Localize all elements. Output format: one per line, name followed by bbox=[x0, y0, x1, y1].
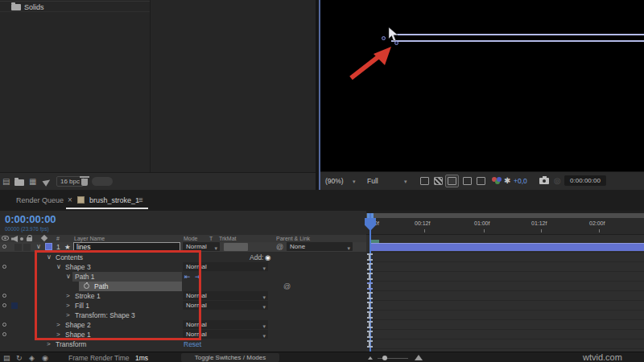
keyframe-interpolation-icon[interactable]: ⇤ bbox=[184, 274, 191, 281]
twirl-closed-icon[interactable]: > bbox=[66, 312, 70, 319]
keyframe-marker[interactable] bbox=[367, 311, 373, 319]
switch-cell[interactable] bbox=[23, 244, 31, 251]
eye-icon[interactable] bbox=[2, 323, 6, 327]
eye-icon[interactable] bbox=[2, 236, 9, 241]
eye-icon[interactable] bbox=[2, 303, 6, 307]
tab-comp[interactable]: brush_stroke_1 bbox=[89, 196, 139, 204]
twirl-closed-icon[interactable]: > bbox=[66, 293, 70, 299]
time-ruler[interactable]: 0f 00:12f 01:00f 01:12f 02:00f bbox=[366, 218, 644, 235]
twirl-open-icon[interactable]: ∨ bbox=[36, 244, 41, 250]
eye-icon[interactable] bbox=[2, 294, 6, 298]
keyframe-marker[interactable] bbox=[367, 263, 373, 270]
channel-colors-icon[interactable] bbox=[492, 177, 502, 185]
pickwhip-icon[interactable]: @ bbox=[276, 244, 283, 251]
property-row-transform-shape3[interactable]: > Transform: Shape 3 bbox=[0, 311, 366, 320]
exposure-offset-value[interactable]: +0,0 bbox=[514, 177, 527, 185]
stopwatch-icon[interactable] bbox=[84, 283, 89, 289]
trkmat-cell[interactable] bbox=[224, 243, 248, 251]
solo-icon[interactable] bbox=[20, 237, 23, 241]
toggle-switches-modes-button[interactable]: Toggle Switches / Modes bbox=[181, 353, 279, 362]
property-row-transform[interactable]: > Transform Reset bbox=[0, 339, 366, 349]
layer-color-swatch[interactable] bbox=[45, 243, 52, 250]
pickwhip-icon[interactable]: @ bbox=[283, 283, 291, 290]
guides-icon[interactable] bbox=[477, 177, 485, 185]
keyframe-marker[interactable] bbox=[367, 302, 373, 309]
chevron-down-icon[interactable]: ▾ bbox=[353, 179, 356, 185]
twirl-open-icon[interactable]: ∨ bbox=[47, 254, 52, 261]
magnification-dropdown[interactable]: (90%) bbox=[325, 177, 344, 185]
parent-link-dropdown[interactable]: None▾ bbox=[287, 242, 353, 251]
reset-link[interactable]: Reset bbox=[184, 339, 201, 349]
composition-layers-icon[interactable]: ▤ bbox=[3, 354, 10, 362]
blend-mode-dropdown[interactable]: Normal▾ bbox=[183, 301, 268, 310]
path-anchor-point[interactable] bbox=[382, 36, 386, 40]
keyframe-marker[interactable] bbox=[367, 340, 373, 348]
project-toolbar-pill[interactable] bbox=[92, 177, 113, 186]
blend-mode-dropdown[interactable]: Normal▾ bbox=[183, 242, 220, 251]
property-row-stroke1[interactable]: > Stroke 1 Normal▾ bbox=[0, 291, 366, 301]
twirl-closed-icon[interactable]: > bbox=[66, 302, 70, 309]
property-row-shape1[interactable]: > Shape 1 Normal▾ bbox=[0, 330, 366, 339]
composition-view[interactable] bbox=[320, 0, 644, 171]
twirl-closed-icon[interactable]: > bbox=[47, 341, 51, 348]
project-item-solids[interactable]: Solids bbox=[0, 1, 150, 12]
property-row-contents[interactable]: ∨ Contents Add: ◉ bbox=[0, 253, 366, 262]
snapshot-camera-icon[interactable] bbox=[539, 178, 549, 184]
twirl-closed-icon[interactable]: > bbox=[56, 331, 60, 338]
current-timecode[interactable]: 0:00:00:00 bbox=[5, 213, 56, 225]
keyframe-marker[interactable] bbox=[367, 273, 373, 280]
property-row-path1[interactable]: ∨ Path 1 ⇤ ⇥ bbox=[0, 272, 366, 282]
user-icon[interactable]: ◉ bbox=[42, 354, 48, 362]
twirl-open-icon[interactable]: ∨ bbox=[66, 274, 71, 280]
new-folder-icon[interactable] bbox=[14, 179, 24, 186]
close-icon[interactable]: × bbox=[68, 195, 72, 204]
interpret-footage-icon[interactable]: ▤ bbox=[2, 178, 10, 186]
layer-row-lines[interactable]: ∨ 1 ★ lines Normal▾ @ None▾ bbox=[0, 242, 366, 252]
keyframe-marker[interactable] bbox=[367, 292, 373, 299]
render-icon[interactable] bbox=[43, 177, 52, 187]
mask-visibility-button[interactable] bbox=[445, 175, 459, 187]
shape-stroke-line-top[interactable] bbox=[391, 34, 644, 35]
viewer-timecode[interactable]: 0:00:00:00 bbox=[564, 175, 606, 186]
blend-mode-dropdown[interactable]: Normal▾ bbox=[183, 262, 268, 271]
eye-icon[interactable] bbox=[2, 245, 6, 249]
transparency-grid-icon[interactable] bbox=[434, 177, 443, 185]
eye-icon[interactable] bbox=[2, 265, 6, 269]
property-row-shape3[interactable]: ∨ Shape 3 Normal▾ bbox=[0, 262, 366, 272]
blend-mode-dropdown[interactable]: Normal▾ bbox=[183, 330, 268, 339]
blend-mode-dropdown[interactable]: Normal▾ bbox=[183, 291, 268, 300]
twirl-open-icon[interactable]: ∨ bbox=[56, 264, 61, 270]
keyframe-marker[interactable] bbox=[367, 331, 373, 338]
lock-icon[interactable] bbox=[27, 237, 32, 241]
region-of-interest-icon[interactable] bbox=[463, 177, 472, 185]
panel-menu-icon[interactable]: ≡ bbox=[138, 195, 143, 204]
refresh-icon[interactable]: ↻ bbox=[16, 354, 23, 362]
keyframe-marker-selected[interactable] bbox=[367, 282, 373, 290]
fill-color-chip[interactable] bbox=[11, 302, 18, 309]
eye-icon[interactable] bbox=[2, 332, 6, 336]
track-area[interactable] bbox=[366, 235, 644, 360]
keyframe-marker[interactable] bbox=[367, 253, 373, 261]
keyframe-interpolation-icon[interactable]: ⇥ bbox=[195, 274, 201, 281]
property-row-path[interactable]: Path @ bbox=[0, 282, 366, 291]
blend-mode-dropdown[interactable]: Normal▾ bbox=[183, 320, 268, 329]
property-row-fill1[interactable]: > Fill 1 Normal▾ bbox=[0, 301, 366, 311]
speaker-icon[interactable] bbox=[11, 236, 18, 242]
exposure-icon[interactable]: ✱ bbox=[504, 177, 510, 185]
property-row-shape2[interactable]: > Shape 2 Normal▾ bbox=[0, 320, 366, 330]
zoom-slider-knob[interactable] bbox=[382, 356, 387, 360]
keyframe-marker[interactable] bbox=[367, 321, 373, 328]
resolution-dropdown[interactable]: Full bbox=[367, 177, 378, 185]
flowchart-icon[interactable]: ◈ bbox=[29, 354, 35, 362]
add-icon[interactable]: ◉ bbox=[265, 253, 270, 262]
trash-icon[interactable] bbox=[81, 179, 88, 186]
selection-tool-icon[interactable] bbox=[420, 177, 429, 185]
zoom-in-icon[interactable] bbox=[415, 355, 423, 360]
chevron-down-icon[interactable]: ▾ bbox=[404, 179, 407, 185]
tab-render-queue[interactable]: Render Queue bbox=[16, 196, 64, 204]
zoom-out-icon[interactable] bbox=[368, 356, 373, 360]
shape-stroke-line-bottom[interactable] bbox=[391, 40, 644, 42]
show-snapshot-icon[interactable]: ◎ bbox=[554, 177, 561, 185]
layer-duration-bar[interactable] bbox=[371, 243, 644, 251]
layer-name-input[interactable]: lines bbox=[73, 242, 180, 252]
